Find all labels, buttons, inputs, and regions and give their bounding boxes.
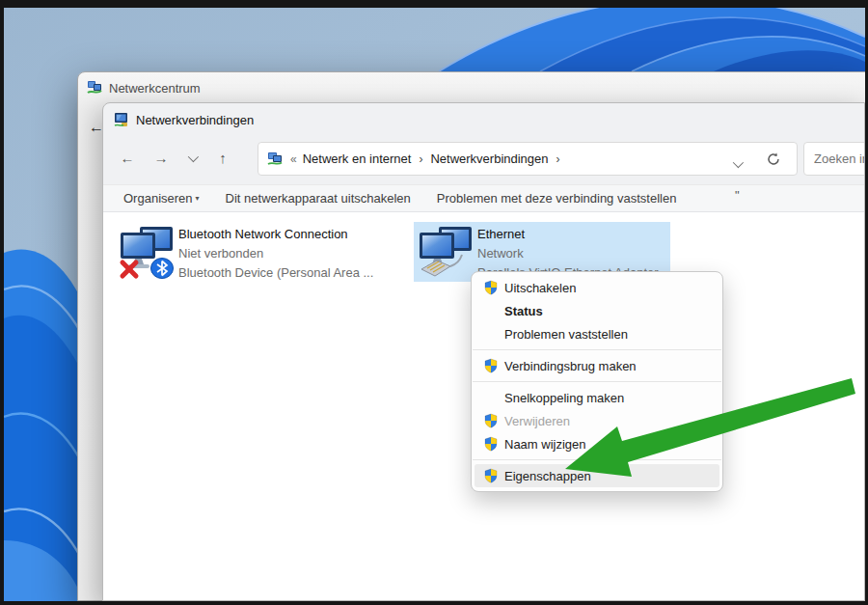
- toolbar-overflow-icon[interactable]: ": [735, 188, 740, 203]
- breadcrumb-separator-icon[interactable]: ›: [419, 152, 422, 166]
- nav-buttons: ← → ↑: [117, 136, 233, 179]
- breadcrumb-separator-icon[interactable]: ›: [556, 152, 560, 166]
- refresh-button[interactable]: [766, 151, 781, 170]
- address-bar-row: ← → ↑ « Netwerk en internet › Netwerkver…: [103, 136, 864, 179]
- breadcrumb-item-netwerkverbindingen[interactable]: Netwerkverbindingen: [430, 151, 548, 166]
- recent-locations-button[interactable]: [184, 149, 200, 166]
- breadcrumb-truncation[interactable]: «: [290, 152, 297, 166]
- window-netwerkverbindingen: Netwerkverbindingen ← → ↑ « Netwerk en i…: [102, 102, 865, 601]
- menu-item-snelkoppeling-maken[interactable]: Snelkoppeling maken: [472, 386, 722, 409]
- menu-item-verwijderen: Verwijderen: [472, 409, 722, 432]
- organize-button[interactable]: Organiseren▾: [123, 191, 200, 206]
- uac-shield-icon: [483, 280, 499, 295]
- bluetooth-connection-icon: [115, 222, 178, 282]
- menu-item-verbindingsbrug-maken[interactable]: Verbindingsbrug maken: [472, 354, 722, 377]
- disable-device-button[interactable]: Dit netwerkapparaat uitschakelen: [226, 191, 411, 206]
- menu-item-eigenschappen[interactable]: Eigenschappen: [475, 464, 719, 487]
- window-title: Netwerkverbindingen: [136, 113, 254, 127]
- connection-name: Bluetooth Network Connection: [178, 225, 373, 244]
- ethernet-connection-icon: [414, 222, 477, 282]
- caret-down-icon: ▾: [196, 194, 200, 203]
- up-button[interactable]: ↑: [212, 150, 233, 166]
- breadcrumb[interactable]: « Netwerk en internet › Netwerkverbindin…: [258, 142, 798, 176]
- forward-button[interactable]: →: [150, 150, 172, 166]
- screenshot-stage: Netwerkcentrum ← Netwerkverbindingen ← →…: [0, 0, 868, 605]
- breadcrumb-location-icon: [267, 152, 283, 166]
- menu-item-status[interactable]: Status: [472, 299, 722, 322]
- menu-separator: [473, 381, 721, 382]
- back-window-title: Netwerkcentrum: [109, 81, 201, 96]
- connection-status: Niet verbonden: [178, 244, 373, 263]
- refresh-icon: [766, 151, 781, 167]
- menu-item-problemen-vaststellen[interactable]: Problemen vaststellen: [472, 322, 722, 345]
- titlebar[interactable]: Netwerkverbindingen: [103, 103, 864, 136]
- diagnose-connection-button[interactable]: Problemen met deze verbinding vaststelle…: [437, 191, 677, 206]
- menu-separator: [473, 349, 721, 350]
- address-dropdown-button[interactable]: [733, 156, 741, 171]
- uac-shield-icon: [483, 413, 499, 428]
- chevron-down-icon: [733, 157, 744, 168]
- connection-name: Ethernet: [477, 225, 659, 244]
- bluetooth-badge-icon: [151, 259, 174, 279]
- chevron-down-icon: [188, 151, 199, 162]
- netwerkcentrum-titlebar[interactable]: Netwerkcentrum: [78, 72, 865, 103]
- search-input[interactable]: [803, 142, 865, 176]
- connection-status: Network: [477, 244, 659, 263]
- context-menu: Uitschakelen Status Problemen vaststelle…: [471, 271, 723, 492]
- uac-shield-icon: [483, 436, 499, 452]
- breadcrumb-item-netwerk-en-internet[interactable]: Netwerk en internet: [303, 151, 412, 166]
- command-toolbar: Organiseren▾ Dit netwerkapparaat uitscha…: [103, 184, 864, 212]
- connection-device: Bluetooth Device (Personal Area ...: [178, 263, 373, 283]
- screenshot-border: [0, 601, 868, 605]
- menu-separator: [473, 459, 721, 460]
- back-button[interactable]: ←: [117, 150, 138, 166]
- uac-shield-icon: [483, 468, 499, 483]
- menu-item-uitschakelen[interactable]: Uitschakelen: [472, 276, 722, 299]
- red-x-icon: [122, 262, 136, 276]
- uac-shield-icon: [483, 358, 499, 373]
- screenshot-border: [0, 0, 4, 605]
- menu-item-naam-wijzigen[interactable]: Naam wijzigen: [472, 432, 722, 455]
- screenshot-border: [0, 0, 868, 8]
- connection-item-bluetooth[interactable]: Bluetooth Network Connection Niet verbon…: [115, 222, 400, 282]
- bluetooth-tile-text: Bluetooth Network Connection Niet verbon…: [178, 222, 373, 282]
- netwerkverbindingen-icon: [114, 112, 129, 127]
- netwerkcentrum-icon: [87, 80, 102, 96]
